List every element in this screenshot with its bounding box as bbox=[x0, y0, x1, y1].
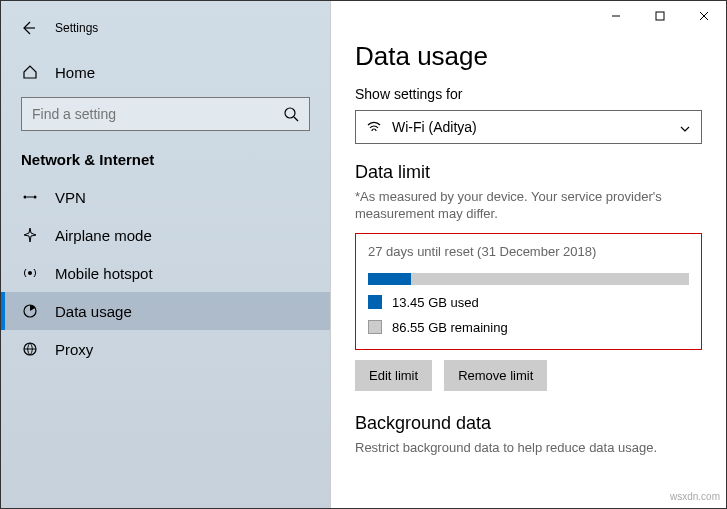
sidebar-item-label: Proxy bbox=[55, 341, 93, 358]
maximize-button[interactable] bbox=[638, 1, 682, 31]
back-icon[interactable] bbox=[19, 19, 37, 37]
svg-point-1 bbox=[24, 196, 27, 199]
datalimit-heading: Data limit bbox=[355, 162, 702, 183]
titlebar: Settings bbox=[1, 13, 330, 43]
legend-remaining: 86.55 GB remaining bbox=[368, 320, 689, 335]
background-desc: Restrict background data to help reduce … bbox=[355, 440, 702, 455]
legend-swatch-remaining bbox=[368, 320, 382, 334]
hotspot-icon bbox=[21, 264, 39, 282]
disclaimer: *As measured by your device. Your servic… bbox=[355, 189, 702, 223]
sidebar-item-airplane[interactable]: Airplane mode bbox=[1, 216, 330, 254]
progress-bar bbox=[368, 273, 689, 285]
proxy-icon bbox=[21, 340, 39, 358]
settings-window: Settings Home Network & Internet VPN bbox=[0, 0, 727, 509]
watermark: wsxdn.com bbox=[670, 491, 720, 502]
section-header: Network & Internet bbox=[1, 141, 330, 178]
svg-point-2 bbox=[34, 196, 37, 199]
wifi-icon bbox=[366, 119, 382, 135]
home-nav[interactable]: Home bbox=[1, 53, 330, 91]
sidebar-item-label: Data usage bbox=[55, 303, 132, 320]
button-row: Edit limit Remove limit bbox=[355, 360, 702, 391]
remove-limit-button[interactable]: Remove limit bbox=[444, 360, 547, 391]
home-label: Home bbox=[55, 64, 95, 81]
app-title: Settings bbox=[55, 21, 98, 35]
sidebar-item-hotspot[interactable]: Mobile hotspot bbox=[1, 254, 330, 292]
home-icon bbox=[21, 63, 39, 81]
background-heading: Background data bbox=[355, 413, 702, 434]
datausage-icon bbox=[21, 302, 39, 320]
edit-limit-button[interactable]: Edit limit bbox=[355, 360, 432, 391]
page-title: Data usage bbox=[355, 41, 702, 72]
search-field[interactable] bbox=[32, 106, 283, 122]
svg-rect-6 bbox=[656, 12, 664, 20]
chevron-down-icon bbox=[679, 121, 691, 133]
vpn-icon bbox=[21, 188, 39, 206]
network-selected: Wi-Fi (Aditya) bbox=[392, 119, 679, 135]
network-select[interactable]: Wi-Fi (Aditya) bbox=[355, 110, 702, 144]
sidebar-item-proxy[interactable]: Proxy bbox=[1, 330, 330, 368]
svg-point-3 bbox=[28, 271, 32, 275]
svg-point-0 bbox=[285, 108, 295, 118]
show-settings-label: Show settings for bbox=[355, 86, 702, 102]
sidebar-item-label: Mobile hotspot bbox=[55, 265, 153, 282]
search-icon bbox=[283, 106, 299, 122]
main-content: Data usage Show settings for Wi-Fi (Adit… bbox=[331, 1, 726, 508]
sidebar-item-label: VPN bbox=[55, 189, 86, 206]
window-controls bbox=[594, 1, 726, 31]
remaining-text: 86.55 GB remaining bbox=[392, 320, 508, 335]
sidebar-item-datausage[interactable]: Data usage bbox=[1, 292, 330, 330]
sidebar-item-vpn[interactable]: VPN bbox=[1, 178, 330, 216]
used-text: 13.45 GB used bbox=[392, 295, 479, 310]
legend-used: 13.45 GB used bbox=[368, 295, 689, 310]
reset-line: 27 days until reset (31 December 2018) bbox=[368, 244, 689, 259]
airplane-icon bbox=[21, 226, 39, 244]
close-button[interactable] bbox=[682, 1, 726, 31]
legend-swatch-used bbox=[368, 295, 382, 309]
limit-box: 27 days until reset (31 December 2018) 1… bbox=[355, 233, 702, 350]
progress-fill bbox=[368, 273, 411, 285]
search-input[interactable] bbox=[21, 97, 310, 131]
sidebar-item-label: Airplane mode bbox=[55, 227, 152, 244]
sidebar: Settings Home Network & Internet VPN bbox=[1, 1, 331, 508]
minimize-button[interactable] bbox=[594, 1, 638, 31]
